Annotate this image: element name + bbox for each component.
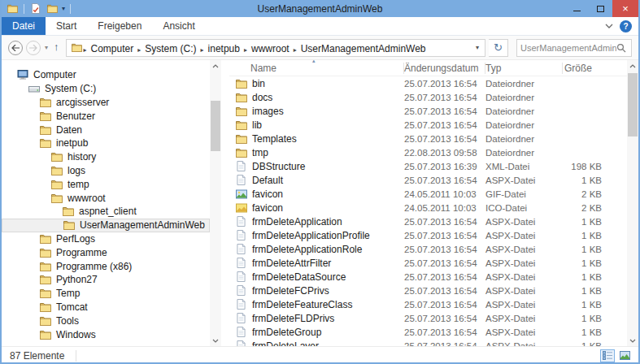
ribbon-tab-datei[interactable]: Datei (2, 17, 46, 35)
column-header-date[interactable]: Änderungsdatum (404, 63, 485, 74)
address-bar[interactable]: ▸Computer▸System (C:)▸inetpub▸wwwroot▸Us… (66, 39, 485, 57)
file-name-cell: frmDeleteFLDPrivs (229, 313, 404, 324)
tree-item-perflogs[interactable]: PerfLogs (2, 232, 210, 246)
tree-scrollbar[interactable] (210, 60, 221, 346)
breadcrumb-item[interactable]: UserManagementAdminWeb (298, 41, 429, 56)
refresh-button[interactable]: ↻ (489, 39, 508, 57)
file-row[interactable]: frmDeleteAttrFilter25.07.2013 16:54ASPX-… (229, 256, 627, 270)
scroll-down-icon[interactable] (210, 335, 221, 346)
file-row[interactable]: frmDeleteDataSource25.07.2013 16:54ASPX-… (229, 270, 627, 284)
tree-item-tomcat[interactable]: Tomcat (2, 301, 210, 314)
column-header-size[interactable]: Größe (563, 63, 603, 74)
tree-item-programme-x86-[interactable]: Programme (x86) (2, 259, 210, 273)
tree-item-logs[interactable]: logs (2, 164, 210, 178)
file-row[interactable]: Templates25.07.2013 16:54Dateiordner (229, 132, 627, 145)
maximize-button[interactable] (589, 0, 612, 17)
forward-button[interactable] (26, 41, 41, 55)
help-icon[interactable]: ? (620, 20, 632, 32)
column-header-name[interactable]: Name (229, 63, 404, 74)
file-row[interactable]: frmDeleteLayer25.07.2013 16:54ASPX-Datei… (229, 339, 627, 346)
tree-scrollbar-thumb[interactable] (211, 101, 220, 151)
file-row[interactable]: DBStructure25.07.2013 16:39XML-Datei198 … (229, 159, 627, 173)
details-view-button[interactable] (600, 349, 615, 362)
address-dropdown-chevron-icon[interactable]: ▾ (472, 44, 483, 51)
tree-item-aspnet-client[interactable]: aspnet_client (2, 205, 210, 219)
file-row[interactable]: images25.07.2013 16:54Dateiordner (229, 104, 627, 118)
file-row[interactable]: frmDeleteApplication25.07.2013 16:54ASPX… (229, 214, 627, 228)
list-scrollbar[interactable] (627, 60, 638, 346)
file-row[interactable]: frmDeleteApplicationProfile25.07.2013 16… (229, 228, 627, 242)
file-row[interactable]: favicon24.05.2011 10:03ICO-Datei2 KB (229, 201, 627, 214)
tree-item-inetpub[interactable]: inetpub (2, 136, 210, 150)
tree-item-wwwroot[interactable]: wwwroot (2, 191, 210, 205)
tree-item-arcgisserver[interactable]: arcgisserver (2, 96, 210, 110)
ribbon-tab-bar: DateiStartFreigebenAnsicht ? (2, 17, 638, 36)
file-row[interactable]: frmDeleteFeatureClass25.07.2013 16:54ASP… (229, 297, 627, 311)
file-type-cell: Dateiordner (485, 148, 563, 158)
properties-icon[interactable] (29, 2, 42, 15)
tree-item-programme[interactable]: Programme (2, 245, 210, 259)
file-name: tmp (252, 147, 268, 158)
folder-icon (235, 148, 247, 158)
file-name-cell: frmDeleteAttrFilter (229, 258, 404, 269)
minimize-button[interactable] (565, 0, 589, 17)
file-type-cell: ASPX-Datei (485, 327, 563, 337)
folder-icon (235, 120, 247, 130)
tree-item-windows[interactable]: Windows (2, 327, 210, 341)
file-size-cell: 2 KB (563, 189, 603, 199)
tree-item-history[interactable]: history (2, 150, 210, 164)
ribbon-tab-freigeben[interactable]: Freigeben (87, 17, 152, 35)
ribbon-tab-start[interactable]: Start (46, 17, 87, 35)
file-type-cell: XML-Datei (485, 162, 563, 171)
tree-item-label: Temp (56, 288, 80, 299)
scroll-up-icon[interactable] (210, 60, 221, 72)
tree-item-system-c-[interactable]: System (C:) (2, 82, 210, 96)
scroll-down-icon[interactable] (627, 335, 638, 346)
folder-icon (235, 79, 247, 89)
main-area: ComputerSystem (C:)arcgisserverBenutzerD… (2, 60, 638, 346)
tree-item-benutzer[interactable]: Benutzer (2, 109, 210, 123)
folder-icon (39, 125, 51, 135)
tree-item-computer[interactable]: Computer (2, 68, 210, 82)
folder-icon (39, 316, 51, 326)
file-row[interactable]: bin25.07.2013 16:54Dateiordner (229, 76, 627, 90)
breadcrumb-item[interactable]: System (C:) (141, 41, 199, 56)
gif-icon (235, 189, 247, 199)
column-header-type[interactable]: Typ (485, 63, 563, 74)
file-row[interactable]: frmDeleteApplicationRole25.07.2013 16:54… (229, 242, 627, 256)
file-date-cell: 25.07.2013 16:54 (404, 231, 485, 240)
tree-item-usermanagementadminweb[interactable]: UserManagementAdminWeb (2, 219, 210, 232)
file-row[interactable]: lib25.07.2013 16:54Dateiordner (229, 118, 627, 132)
file-row[interactable]: favicon24.05.2011 10:03GIF-Datei2 KB (229, 187, 627, 201)
breadcrumb-item[interactable]: Computer (88, 41, 137, 56)
explorer-folder-icon[interactable] (6, 2, 19, 15)
tree-item-python27[interactable]: Python27 (2, 273, 210, 287)
up-button[interactable]: ↑ (52, 41, 63, 54)
file-row[interactable]: frmDeleteFLDPrivs25.07.2013 16:54ASPX-Da… (229, 311, 627, 325)
search-input[interactable] (520, 43, 616, 53)
ribbon-tab-ansicht[interactable]: Ansicht (152, 17, 205, 35)
file-size-cell: 1 KB (563, 231, 603, 240)
file-name: favicon (252, 188, 283, 200)
customize-quick-access-chevron-icon[interactable]: ▾ (62, 6, 65, 12)
tree-item-tools[interactable]: Tools (2, 314, 210, 327)
scroll-up-icon[interactable] (627, 60, 638, 72)
breadcrumb-item[interactable]: wwwroot (248, 41, 293, 56)
tree-item-daten[interactable]: Daten (2, 123, 210, 136)
file-row[interactable]: Default25.07.2013 16:54ASPX-Datei1 KB (229, 173, 627, 187)
close-button[interactable]: × (612, 0, 638, 17)
back-button[interactable] (8, 41, 23, 55)
tree-item-temp[interactable]: temp (2, 177, 210, 191)
new-folder-icon[interactable] (46, 2, 59, 15)
file-row[interactable]: tmp22.08.2013 09:58Dateiordner (229, 145, 627, 159)
tree-item-temp[interactable]: Temp (2, 287, 210, 301)
file-row[interactable]: frmDeleteGroup25.07.2013 16:54ASPX-Datei… (229, 325, 627, 339)
file-row[interactable]: frmDeleteFCPrivs25.07.2013 16:54ASPX-Dat… (229, 284, 627, 297)
search-icon[interactable] (616, 43, 626, 53)
recent-locations-chevron-icon[interactable]: ▾ (44, 44, 49, 51)
expand-ribbon-chevron-icon[interactable] (605, 24, 613, 28)
breadcrumb-item[interactable]: inetpub (205, 41, 243, 56)
file-row[interactable]: docs25.07.2013 16:54Dateiordner (229, 90, 627, 104)
thumbnail-view-button[interactable] (617, 349, 632, 362)
list-scrollbar-thumb[interactable] (628, 73, 638, 136)
